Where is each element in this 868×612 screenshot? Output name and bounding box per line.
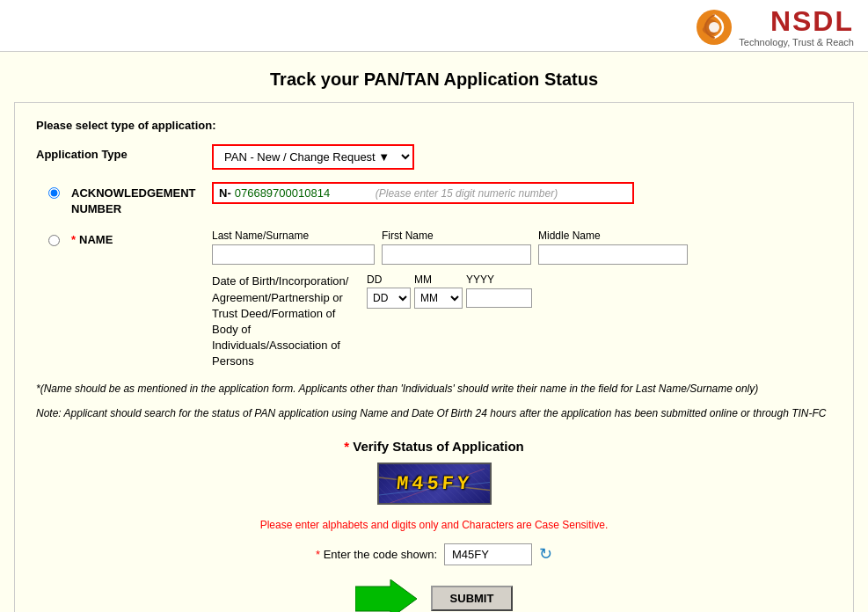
dob-mm-select[interactable]: MM	[414, 288, 463, 309]
note1: *(Name should be as mentioned in the app…	[36, 381, 832, 397]
last-name-input[interactable]	[212, 244, 375, 265]
application-type-label: Application Type	[36, 144, 212, 161]
notes-area: *(Name should be as mentioned in the app…	[36, 381, 832, 421]
application-type-row: Application Type PAN - New / Change Requ…	[36, 144, 832, 170]
dob-label: Date of Birth/Incorporation/ Agreement/P…	[212, 273, 353, 369]
name-required-star: *	[71, 233, 76, 246]
page-wrapper: NSDL Technology, Trust & Reach Track you…	[0, 0, 868, 612]
ack-hint: (Please enter 15 digit numeric number)	[376, 187, 558, 200]
dob-mm-header: MM	[414, 273, 463, 286]
nsdl-brand-name: NSDL	[770, 7, 854, 35]
name-radio-col	[36, 230, 71, 246]
name-headers: Last Name/Surname First Name Middle Name	[212, 230, 688, 242]
ack-input-wrapper: N- (Please enter 15 digit numeric number…	[212, 182, 634, 204]
refresh-captcha-icon[interactable]: ↻	[539, 544, 552, 564]
name-fields-area: Last Name/Surname First Name Middle Name	[212, 230, 688, 265]
verify-section: * Verify Status of Application M45FY	[36, 439, 832, 613]
main-content: Track your PAN/TAN Application Status Pl…	[0, 52, 868, 612]
captcha-hint: Please enter alphabets and digits only a…	[36, 519, 832, 531]
dob-yyyy-input[interactable]	[466, 288, 532, 308]
submit-area: SUBMIT	[36, 579, 832, 613]
enter-code-star: *	[316, 548, 320, 561]
last-name-header: Last Name/Surname	[212, 230, 375, 242]
enter-code-label: * Enter the code shown:	[316, 548, 437, 561]
nsdl-logo-icon	[695, 8, 733, 47]
verify-title: * Verify Status of Application	[36, 439, 832, 454]
ack-input-col: N- (Please enter 15 digit numeric number…	[212, 182, 832, 204]
select-type-label: Please select type of application:	[36, 119, 832, 132]
dob-row: Date of Birth/Incorporation/ Agreement/P…	[212, 273, 832, 369]
svg-marker-5	[355, 579, 417, 613]
verify-required-star: *	[344, 439, 349, 454]
dob-dd-select[interactable]: DD	[367, 288, 411, 309]
header: NSDL Technology, Trust & Reach	[0, 0, 868, 52]
ack-number-row: ACKNOWLEDGEMENT NUMBER N- (Please enter …	[36, 182, 832, 217]
captcha-image: M45FY	[377, 463, 492, 505]
name-radio[interactable]	[48, 235, 60, 246]
dob-headers: DD MM YYYY	[367, 273, 536, 286]
ack-radio[interactable]	[48, 187, 60, 199]
application-type-select[interactable]: PAN - New / Change Request ▼ PAN - Repri…	[212, 144, 414, 170]
name-label-text: NAME	[79, 233, 113, 246]
captcha-container: M45FY	[36, 463, 832, 512]
captcha-input[interactable]	[444, 543, 532, 565]
logo-text-area: NSDL Technology, Trust & Reach	[739, 7, 854, 47]
dob-fields-area: DD MM YYYY DD MM	[367, 273, 536, 309]
ack-label: ACKNOWLEDGEMENT NUMBER	[71, 182, 212, 217]
first-name-input[interactable]	[382, 244, 531, 265]
name-label: *NAME	[71, 230, 212, 246]
logo-row: NSDL Technology, Trust & Reach	[695, 7, 854, 47]
submit-button[interactable]: SUBMIT	[431, 586, 514, 611]
middle-name-header: Middle Name	[538, 230, 688, 242]
first-name-header: First Name	[382, 230, 531, 242]
ack-radio-col	[36, 182, 71, 199]
verify-title-text: Verify Status of Application	[353, 439, 523, 454]
dob-dd-header: DD	[367, 273, 411, 286]
name-inputs	[212, 244, 688, 265]
dob-yyyy-header: YYYY	[466, 273, 536, 286]
ack-number-input[interactable]	[235, 186, 367, 200]
ack-prefix: N-	[219, 186, 231, 200]
application-type-content: PAN - New / Change Request ▼ PAN - Repri…	[212, 144, 832, 170]
name-row: *NAME Last Name/Surname First Name Middl…	[36, 230, 832, 265]
nsdl-tagline: Technology, Trust & Reach	[739, 37, 854, 47]
middle-name-input[interactable]	[538, 244, 688, 265]
page-title: Track your PAN/TAN Application Status	[0, 62, 868, 90]
dob-selects: DD MM	[367, 288, 536, 309]
enter-code-row: * Enter the code shown: ↻	[36, 543, 832, 565]
enter-code-label-text: Enter the code shown:	[324, 548, 437, 561]
form-container: Please select type of application: Appli…	[14, 102, 854, 612]
arrow-icon	[355, 579, 417, 613]
captcha-text: M45FY	[395, 472, 472, 494]
note2: Note: Applicant should search for the st…	[36, 405, 832, 421]
svg-point-1	[709, 22, 719, 33]
